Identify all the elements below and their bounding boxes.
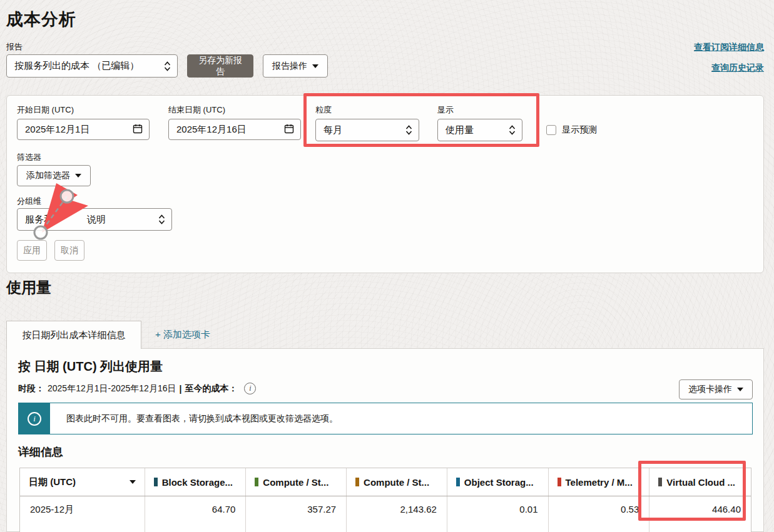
column-header-label: Object Storag...	[464, 477, 534, 488]
usage-content-panel: 按 日期 (UTC) 列出使用量 时段： 2025年12月1日-2025年12月…	[6, 348, 764, 532]
usage-heading: 使用量	[6, 278, 51, 298]
chart-unavailable-banner: i 图表此时不可用。要查看图表，请切换到成本视图或更改筛选器选项。	[18, 403, 753, 434]
tab-cost-details-by-date[interactable]: 按日期列出成本详细信息	[6, 321, 141, 349]
group-dimension-value: 服务和 说明	[25, 214, 106, 226]
group-dimension-value-part1: 服务和	[25, 214, 53, 226]
cell-value: 64.70	[145, 496, 247, 532]
table-header-row: 日期 (UTC) Block Storage... Compute / St..…	[20, 468, 751, 496]
banner-text: 图表此时不可用。要查看图表，请切换到成本视图或更改筛选器选项。	[50, 403, 338, 434]
period-meta-line: 时段： 2025年12月1日-2025年12月16日 | 至今的成本： i	[18, 383, 256, 394]
card-title: 按 日期 (UTC) 列出使用量	[18, 358, 163, 375]
tab-actions-label: 选项卡操作	[688, 384, 732, 395]
report-select[interactable]: 按服务列出的成本 （已编辑）	[6, 54, 178, 78]
table-row: 2025-12月 64.70 357.27 2,143.62 0.01 0.53…	[20, 496, 751, 532]
column-header-date-label: 日期 (UTC)	[29, 476, 76, 488]
details-heading: 详细信息	[18, 444, 63, 459]
select-updown-icon	[158, 214, 165, 224]
start-date-label: 开始日期 (UTC)	[17, 104, 74, 116]
calendar-icon	[284, 124, 294, 136]
report-actions-button[interactable]: 报告操作	[263, 54, 328, 78]
tab-actions-button[interactable]: 选项卡操作	[679, 379, 753, 399]
apply-button[interactable]: 应用	[17, 240, 47, 261]
group-dimension-select[interactable]: 服务和 说明	[17, 208, 172, 231]
view-subscription-details-link[interactable]: 查看订阅详细信息	[694, 42, 764, 53]
column-header-label: Telemetry / M...	[566, 477, 633, 488]
report-label: 报告	[6, 41, 23, 53]
cell-value: 0.01	[447, 496, 549, 532]
column-header-label: Block Storage...	[162, 477, 233, 488]
info-icon: i	[28, 412, 41, 426]
cell-value: 2,143.62	[347, 496, 447, 532]
banner-icon-block: i	[19, 403, 50, 434]
info-icon[interactable]: i	[244, 383, 256, 394]
cancel-button[interactable]: 取消	[54, 240, 84, 261]
display-select[interactable]: 使用量	[437, 119, 522, 141]
group-dimension-value-part2: 说明	[87, 214, 106, 226]
add-filter-label: 添加筛选器	[26, 170, 70, 181]
column-header-telemetry[interactable]: Telemetry / M...	[549, 468, 650, 496]
filters-label: 筛选器	[17, 152, 41, 163]
cell-value: 357.27	[246, 496, 347, 532]
column-header-compute-1[interactable]: Compute / St...	[246, 468, 347, 496]
end-date-label: 结束日期 (UTC)	[168, 104, 225, 116]
meta-separator: |	[179, 384, 181, 394]
column-header-label: Virtual Cloud ...	[666, 477, 735, 488]
report-actions-label: 报告操作	[272, 61, 307, 72]
start-date-input[interactable]: 2025年12月1日	[17, 119, 150, 140]
cell-value: 0.53	[549, 496, 650, 532]
details-table: 日期 (UTC) Block Storage... Compute / St..…	[19, 468, 751, 532]
period-label: 时段：	[18, 383, 44, 394]
show-forecast-field: 显示预测	[546, 124, 597, 136]
cell-value: 446.40	[649, 496, 751, 532]
select-updown-icon	[509, 125, 516, 135]
display-label: 显示	[437, 104, 454, 116]
end-date-value: 2025年12月16日	[176, 124, 247, 136]
column-header-compute-2[interactable]: Compute / St...	[347, 468, 447, 496]
select-updown-icon	[164, 61, 171, 71]
caret-down-icon	[737, 388, 743, 391]
series-swatch-icon	[558, 478, 561, 486]
show-forecast-checkbox[interactable]	[546, 125, 556, 135]
display-value: 使用量	[446, 124, 474, 136]
series-swatch-icon	[355, 478, 359, 486]
granularity-value: 每月	[323, 124, 342, 136]
caret-down-icon	[312, 64, 318, 68]
end-date-input[interactable]: 2025年12月16日	[168, 119, 301, 140]
series-swatch-icon	[154, 478, 158, 486]
cell-date: 2025-12月	[20, 496, 145, 532]
page-title: 成本分析	[6, 8, 76, 31]
column-header-label: Compute / St...	[263, 477, 328, 488]
calendar-icon	[133, 124, 143, 136]
select-updown-icon	[405, 125, 412, 135]
column-header-block-storage[interactable]: Block Storage...	[145, 468, 247, 496]
period-value: 2025年12月1日-2025年12月16日	[48, 383, 176, 394]
series-swatch-icon	[255, 478, 258, 486]
column-header-label: Compute / St...	[364, 477, 429, 488]
column-header-date[interactable]: 日期 (UTC)	[20, 468, 145, 496]
column-header-object-storage[interactable]: Object Storag...	[447, 468, 549, 496]
report-select-value: 按服务列出的成本 （已编辑）	[14, 60, 139, 72]
save-as-new-report-button[interactable]: 另存为新报告	[187, 54, 253, 78]
group-dimension-label: 分组维	[17, 196, 41, 207]
column-sort-caret-icon[interactable]	[130, 480, 136, 484]
start-date-value: 2025年12月1日	[25, 124, 89, 136]
cost-to-date-label: 至今的成本：	[185, 383, 237, 394]
filter-panel: 开始日期 (UTC) 2025年12月1日 结束日期 (UTC) 2025年12…	[6, 95, 764, 273]
add-tab-button[interactable]: + 添加选项卡	[155, 329, 210, 341]
show-forecast-label: 显示预测	[562, 124, 597, 136]
group-dimension-value-gap	[53, 214, 87, 226]
caret-down-icon	[75, 174, 81, 178]
series-swatch-icon	[456, 478, 460, 486]
query-history-link[interactable]: 查询历史记录	[711, 63, 764, 74]
granularity-label: 粒度	[315, 104, 332, 116]
add-filter-button[interactable]: 添加筛选器	[17, 165, 91, 186]
granularity-select[interactable]: 每月	[315, 119, 419, 141]
series-swatch-icon	[658, 478, 662, 486]
column-header-virtual-cloud[interactable]: Virtual Cloud ...	[649, 468, 751, 496]
